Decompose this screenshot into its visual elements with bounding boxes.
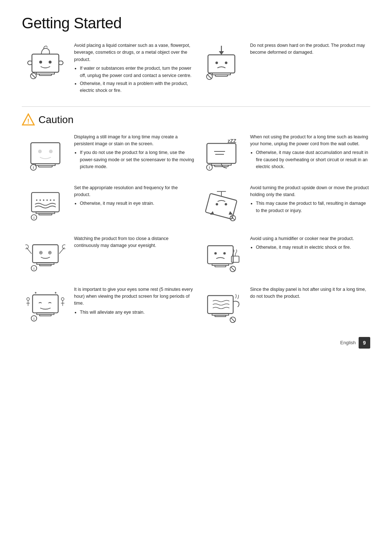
- not-using-text: When not using the product for a long ti…: [250, 134, 370, 172]
- svg-point-57: [49, 252, 50, 253]
- caution-header: ! Caution: [22, 113, 370, 126]
- upside-down-text: Avoid turning the product upside down or…: [250, 184, 370, 216]
- svg-point-40: [50, 199, 51, 201]
- svg-point-4: [49, 61, 52, 64]
- caution-label: Caution: [38, 114, 74, 126]
- resolution-bullet-1: Otherwise, it may result in eye strain.: [80, 200, 194, 207]
- eyes-rest-list: This will alleviate any eye strain.: [80, 309, 194, 316]
- eyes-rest-text: It is important to give your eyes some r…: [74, 286, 194, 317]
- liquid-container-col: Avoid placing a liquid container such as…: [22, 42, 194, 95]
- svg-point-77: [27, 297, 30, 300]
- press-monitor-icon: [201, 44, 241, 80]
- svg-line-89: [231, 318, 235, 322]
- not-using-bullet-1: Otherwise, it may cause dust accumulatio…: [256, 149, 370, 170]
- resolution-list: Otherwise, it may result in eye strain.: [80, 200, 194, 207]
- eyes-rest-col: ✦ ✦ i It is important to give your eyes …: [22, 286, 194, 326]
- svg-rect-25: [207, 143, 236, 163]
- caution-row-1: i Displaying a still image for a long ti…: [22, 134, 370, 174]
- do-not-press-col: Do not press down hard on the product. T…: [198, 42, 370, 82]
- close-distance-text: Watching the product from too close a di…: [74, 235, 194, 249]
- page-number: 9: [359, 337, 370, 349]
- hot-panel-icon-box: [198, 286, 245, 326]
- svg-rect-35: [39, 214, 52, 215]
- hot-panel-col: Since the display panel is hot after usi…: [198, 286, 370, 326]
- press-icon-box: [198, 42, 245, 82]
- svg-point-41: [53, 199, 55, 201]
- svg-text:✦: ✦: [34, 291, 37, 295]
- eyes-rest-bullet-1: This will alleviate any eye strain.: [80, 309, 194, 316]
- svg-rect-2: [39, 74, 52, 76]
- do-not-press-text: Do not press down hard on the product. T…: [250, 42, 370, 56]
- svg-text:i: i: [209, 166, 210, 170]
- svg-point-47: [216, 203, 218, 206]
- svg-line-15: [207, 74, 212, 79]
- resolution-col: i Set the appropriate resolution and fre…: [22, 184, 194, 224]
- svg-line-59: [59, 247, 64, 253]
- upside-down-list: This may cause the product to fall, resu…: [256, 200, 370, 214]
- svg-rect-9: [215, 75, 228, 76]
- caution-row-2: i Set the appropriate resolution and fre…: [22, 184, 370, 224]
- svg-rect-69: [232, 256, 239, 262]
- svg-point-3: [39, 61, 42, 64]
- svg-rect-33: [32, 192, 59, 212]
- svg-rect-20: [38, 166, 52, 167]
- svg-point-68: [223, 252, 226, 255]
- svg-text:zZZ: zZZ: [228, 138, 237, 144]
- not-using-monitor-icon: zZZ i: [201, 135, 241, 172]
- close-distance-icon-box: i: [22, 235, 69, 275]
- svg-marker-13: [219, 51, 224, 55]
- caution-triangle-icon: !: [22, 113, 35, 126]
- svg-rect-18: [31, 143, 60, 164]
- not-using-long-time-col: zZZ i When not using the product for a l…: [198, 134, 370, 174]
- svg-rect-7: [208, 55, 235, 73]
- footer-language: English: [340, 340, 356, 345]
- svg-rect-72: [33, 295, 58, 313]
- upside-down-monitor-icon: [201, 186, 241, 223]
- svg-text:!: !: [27, 118, 29, 125]
- resolution-monitor-icon: i: [25, 186, 65, 223]
- humidifier-list: Otherwise, it may result in electric sho…: [256, 244, 370, 251]
- resolution-icon-box: i: [22, 184, 69, 224]
- liquid-monitor-icon: [25, 44, 65, 80]
- svg-line-58: [26, 247, 32, 253]
- close-distance-col: i Watching the product from too close a …: [22, 235, 194, 275]
- hot-panel-text: Since the display panel is hot after usi…: [250, 286, 370, 300]
- still-image-list: If you do not use the product for a long…: [80, 149, 194, 170]
- humidifier-monitor-icon: [201, 237, 241, 273]
- svg-rect-51: [33, 245, 58, 263]
- still-image-text: Displaying a still image for a long time…: [74, 134, 194, 172]
- caution-row-4: ✦ ✦ i It is important to give your eyes …: [22, 286, 370, 326]
- humidifier-text: Avoid using a humidifier or cooker near …: [250, 235, 370, 252]
- upside-down-col: Avoid turning the product upside down or…: [198, 184, 370, 224]
- page-footer: English 9: [22, 337, 370, 349]
- svg-line-6: [31, 74, 36, 78]
- svg-point-37: [40, 199, 41, 201]
- humidifier-bullet-1: Otherwise, it may result in electric sho…: [256, 244, 370, 251]
- not-using-icon-box: zZZ i: [198, 134, 245, 174]
- svg-text:i: i: [33, 166, 34, 170]
- svg-rect-66: [215, 265, 226, 267]
- upside-down-icon-box: [198, 184, 245, 224]
- svg-line-71: [231, 267, 235, 271]
- svg-text:i: i: [33, 266, 34, 270]
- svg-rect-87: [215, 315, 226, 317]
- page-title: Getting Started: [22, 15, 370, 32]
- svg-point-55: [40, 252, 42, 253]
- svg-point-21: [38, 150, 42, 153]
- not-using-list: Otherwise, it may cause dust accumulatio…: [256, 149, 370, 170]
- still-image-col: i Displaying a still image for a long ti…: [22, 134, 194, 174]
- svg-rect-64: [208, 245, 233, 264]
- svg-point-80: [61, 297, 64, 300]
- svg-rect-0: [32, 54, 59, 72]
- top-section-row: Avoid placing a liquid container such as…: [22, 42, 370, 95]
- svg-point-39: [46, 199, 48, 201]
- resolution-text: Set the appropriate resolution and frequ…: [74, 184, 194, 208]
- liquid-container-text: Avoid placing a liquid container such as…: [74, 42, 194, 95]
- upside-down-bullet-1: This may cause the product to fall, resu…: [256, 200, 370, 214]
- still-image-monitor-icon: i: [25, 135, 65, 172]
- liquid-bullet-2: Otherwise, it may result in a problem wi…: [80, 80, 194, 94]
- still-image-bullet-1: If you do not use the product for a long…: [80, 149, 194, 170]
- svg-text:i: i: [33, 316, 34, 320]
- svg-point-38: [43, 199, 44, 201]
- liquid-bullet-1: If water or substances enter the product…: [80, 65, 194, 79]
